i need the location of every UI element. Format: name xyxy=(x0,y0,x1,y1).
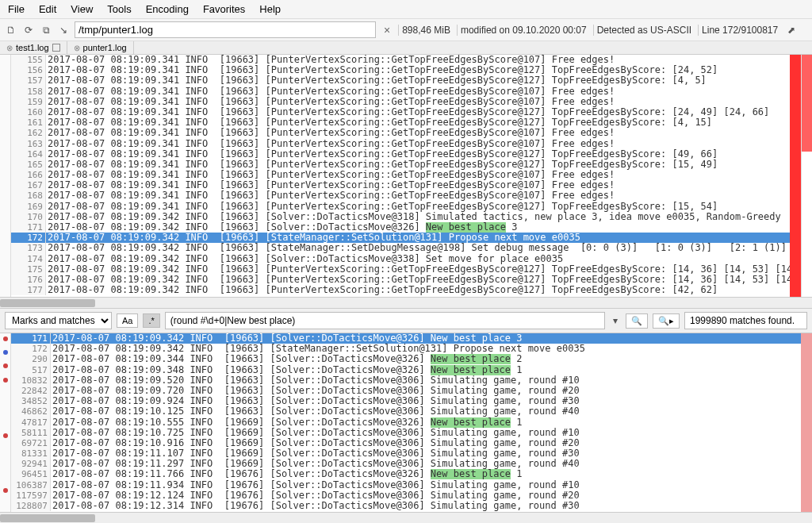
log-line[interactable]: 1552017-08-07 08:19:09.341 INFO [19663] … xyxy=(11,55,790,65)
menu-favorites[interactable]: Favorites xyxy=(203,3,245,15)
log-line[interactable]: 1582017-08-07 08:19:09.341 INFO [19663] … xyxy=(11,87,790,97)
log-line[interactable]: 1288072017-08-07 08:19:12.314 INFO [1967… xyxy=(11,501,801,511)
line-text: 2017-08-07 08:19:10.725 INFO [19669] [So… xyxy=(51,428,801,438)
log-line[interactable]: 1642017-08-07 08:19:09.341 INFO [19663] … xyxy=(11,149,790,160)
tab-punter1[interactable]: ⊗ punter1.log xyxy=(67,41,134,54)
refresh-icon[interactable]: ⟳ xyxy=(22,24,35,37)
log-line[interactable]: 1572017-08-07 08:19:09.341 INFO [19663] … xyxy=(11,75,790,86)
close-icon[interactable]: ⊗ xyxy=(74,44,80,52)
log-line[interactable]: 2902017-08-07 08:19:09.344 INFO [19663] … xyxy=(11,354,801,364)
clear-path-icon[interactable]: × xyxy=(381,24,393,37)
line-text: 2017-08-07 08:19:09.342 INFO [19663] [So… xyxy=(46,222,790,233)
dropdown-icon[interactable]: ▾ xyxy=(610,315,621,326)
search-icon[interactable]: 🔍 xyxy=(626,313,648,329)
horizontal-scrollbar-2[interactable] xyxy=(0,512,812,523)
log-line[interactable]: 1682017-08-07 08:19:09.341 INFO [19663] … xyxy=(11,190,790,201)
log-line[interactable]: 478172017-08-07 08:19:10.555 INFO [19669… xyxy=(11,417,801,428)
close-icon[interactable]: ⊗ xyxy=(6,44,13,52)
open-file-icon[interactable]: 🗋 xyxy=(5,24,17,37)
overview-ruler[interactable] xyxy=(801,333,812,512)
tab-label: punter1.log xyxy=(83,43,127,52)
line-text: 2017-08-07 08:19:09.342 INFO [19663] [So… xyxy=(46,254,790,264)
popout-icon[interactable]: ⬈ xyxy=(786,25,797,36)
line-text: 2017-08-07 08:19:09.341 INFO [19663] [Pu… xyxy=(46,55,790,65)
search-mode-select[interactable]: Marks and matches xyxy=(5,312,112,329)
log-line[interactable]: 1712017-08-07 08:19:09.342 INFO [19663] … xyxy=(11,222,790,233)
line-number: 46862 xyxy=(11,406,51,417)
log-line[interactable]: 1592017-08-07 08:19:09.341 INFO [19663] … xyxy=(11,97,790,107)
log-line[interactable]: 1722017-08-07 08:19:09.342 INFO [19663] … xyxy=(11,233,790,243)
log-line[interactable]: 1742017-08-07 08:19:09.342 INFO [19663] … xyxy=(11,254,790,264)
menu-view[interactable]: View xyxy=(71,3,93,15)
log-line[interactable]: 1562017-08-07 08:19:09.341 INFO [19663] … xyxy=(11,65,790,75)
horizontal-scrollbar[interactable] xyxy=(0,297,812,308)
log-line[interactable]: 1722017-08-07 08:19:09.342 INFO [19663] … xyxy=(11,344,801,354)
search-input[interactable] xyxy=(165,312,605,329)
log-line[interactable]: 1702017-08-07 08:19:09.342 INFO [19663] … xyxy=(11,212,790,222)
tab-test1[interactable]: ⊗ test1.log xyxy=(0,41,67,54)
line-text: 2017-08-07 08:19:09.341 INFO [19663] [Pu… xyxy=(46,65,790,75)
log-line[interactable]: 813312017-08-07 08:19:11.107 INFO [19669… xyxy=(11,448,801,459)
log-line[interactable]: 1732017-08-07 08:19:09.342 INFO [19663] … xyxy=(11,243,790,253)
menu-edit[interactable]: Edit xyxy=(39,3,56,15)
log-line[interactable]: 1652017-08-07 08:19:09.341 INFO [19663] … xyxy=(11,160,790,170)
log-line[interactable]: 1662017-08-07 08:19:09.341 INFO [19663] … xyxy=(11,170,790,180)
copy-icon[interactable]: ⧉ xyxy=(40,24,52,37)
follow-icon[interactable]: ↘ xyxy=(57,24,70,37)
log-line[interactable]: 1622017-08-07 08:19:09.341 INFO [19663] … xyxy=(11,128,790,138)
line-text: 2017-08-07 08:19:09.344 INFO [19663] [So… xyxy=(51,354,801,364)
log-line[interactable]: 1762017-08-07 08:19:09.342 INFO [19663] … xyxy=(11,275,790,285)
status-size: 898,46 MiB xyxy=(398,25,454,36)
menu-file[interactable]: File xyxy=(8,3,25,15)
marker-gutter xyxy=(0,333,11,512)
menu-help[interactable]: Help xyxy=(259,3,281,15)
log-line[interactable]: 929412017-08-07 08:19:11.297 INFO [19669… xyxy=(11,459,801,469)
overview-ruler[interactable] xyxy=(790,55,801,297)
line-text: 2017-08-07 08:19:09.342 INFO [19663] [Pu… xyxy=(46,285,790,295)
regex-toggle[interactable]: .* xyxy=(143,313,159,328)
line-text: 2017-08-07 08:19:09.341 INFO [19663] [Pu… xyxy=(46,139,790,149)
line-text: 2017-08-07 08:19:09.720 INFO [19663] [So… xyxy=(51,386,801,396)
line-number: 166 xyxy=(11,170,46,180)
log-line[interactable]: 1672017-08-07 08:19:09.341 INFO [19663] … xyxy=(11,180,790,190)
log-line[interactable]: 1632017-08-07 08:19:09.341 INFO [19663] … xyxy=(11,139,790,149)
filtered-log-view[interactable]: 1712017-08-07 08:19:09.342 INFO [19663] … xyxy=(0,333,812,512)
line-text: 2017-08-07 08:19:10.125 INFO [19663] [So… xyxy=(51,406,801,417)
log-line[interactable]: 1063872017-08-07 08:19:11.934 INFO [1967… xyxy=(11,480,801,490)
line-number: 155 xyxy=(11,55,46,65)
log-line[interactable]: 1612017-08-07 08:19:09.341 INFO [19663] … xyxy=(11,117,790,128)
line-number: 69721 xyxy=(11,438,51,448)
log-line[interactable]: 964512017-08-07 08:19:11.766 INFO [19676… xyxy=(11,469,801,479)
line-text: 2017-08-07 08:19:11.934 INFO [19676] [So… xyxy=(51,480,801,490)
log-line[interactable]: 468622017-08-07 08:19:10.125 INFO [19663… xyxy=(11,406,801,417)
line-text: 2017-08-07 08:19:09.341 INFO [19663] [Pu… xyxy=(46,180,790,190)
log-line[interactable]: 1772017-08-07 08:19:09.342 INFO [19663] … xyxy=(11,285,790,295)
log-line[interactable]: 581112017-08-07 08:19:10.725 INFO [19669… xyxy=(11,428,801,438)
log-line[interactable]: 5172017-08-07 08:19:09.348 INFO [19663] … xyxy=(11,365,801,375)
log-line[interactable]: 1712017-08-07 08:19:09.342 INFO [19663] … xyxy=(11,333,801,344)
overview-ruler-2[interactable] xyxy=(801,55,812,297)
menu-encoding[interactable]: Encoding xyxy=(146,3,189,15)
line-text: 2017-08-07 08:19:09.342 INFO [19663] [St… xyxy=(46,233,790,243)
search-next-icon[interactable]: 🔍▸ xyxy=(653,313,680,329)
line-marker-icon xyxy=(3,336,8,341)
line-text: 2017-08-07 08:19:09.341 INFO [19663] [Pu… xyxy=(46,117,790,128)
line-text: 2017-08-07 08:19:09.342 INFO [19663] [Pu… xyxy=(46,275,790,285)
menu-tools[interactable]: Tools xyxy=(107,3,131,15)
line-number: 173 xyxy=(11,243,46,253)
log-line[interactable]: 108322017-08-07 08:19:09.520 INFO [19663… xyxy=(11,375,801,386)
line-text: 2017-08-07 08:19:09.342 INFO [19663] [St… xyxy=(46,243,790,253)
log-line[interactable]: 348522017-08-07 08:19:09.924 INFO [19663… xyxy=(11,396,801,406)
log-line[interactable]: 1602017-08-07 08:19:09.341 INFO [19663] … xyxy=(11,107,790,117)
main-log-view[interactable]: 1552017-08-07 08:19:09.341 INFO [19663] … xyxy=(0,55,812,297)
log-line[interactable]: 1175972017-08-07 08:19:12.124 INFO [1967… xyxy=(11,490,801,501)
line-text: 2017-08-07 08:19:10.916 INFO [19669] [So… xyxy=(51,438,801,448)
log-line[interactable]: 697212017-08-07 08:19:10.916 INFO [19669… xyxy=(11,438,801,448)
log-line[interactable]: 1692017-08-07 08:19:09.341 INFO [19663] … xyxy=(11,202,790,212)
log-line[interactable]: 1752017-08-07 08:19:09.342 INFO [19663] … xyxy=(11,264,790,275)
file-path-input[interactable] xyxy=(75,21,376,38)
log-line[interactable]: 228422017-08-07 08:19:09.720 INFO [19663… xyxy=(11,386,801,396)
line-number: 128807 xyxy=(11,501,51,511)
case-toggle[interactable]: Aa xyxy=(117,313,138,328)
line-text: 2017-08-07 08:19:09.341 INFO [19663] [Pu… xyxy=(46,190,790,201)
